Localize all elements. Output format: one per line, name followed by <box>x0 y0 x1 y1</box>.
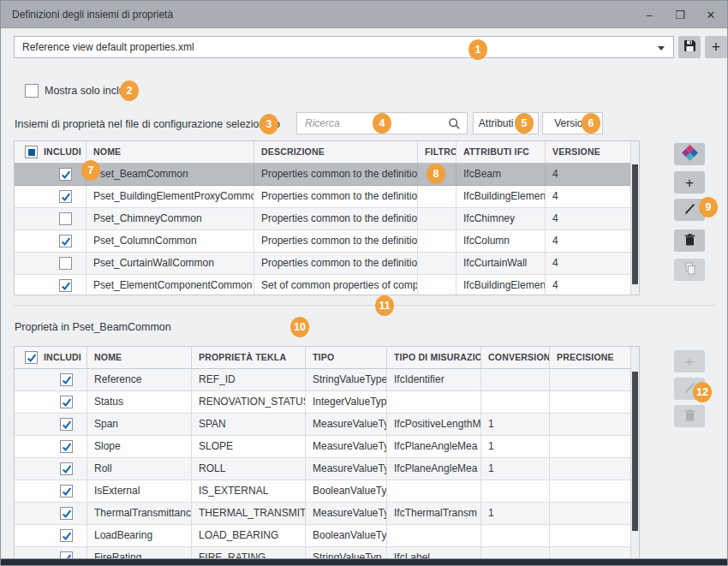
callout-badge: 11 <box>375 295 394 316</box>
column-header-label: INCLUDI <box>44 347 81 368</box>
pset-row[interactable]: Pset_BeamCommonProperties common to the … <box>15 164 639 186</box>
cell-filter <box>418 253 456 275</box>
include-cell <box>15 458 87 480</box>
callout-badge: 1 <box>468 39 487 60</box>
property-row[interactable]: ThermalTransmittanceTHERMAL_TRANSMITTAMe… <box>15 503 639 525</box>
search-icon <box>448 117 461 134</box>
cell-measure_type: IfcIdentifier <box>387 369 481 391</box>
pset-row[interactable]: Pset_ColumnCommonProperties common to th… <box>15 230 639 253</box>
column-header[interactable]: NOME <box>87 141 254 164</box>
select-all-checkbox[interactable] <box>25 146 38 158</box>
section-divider <box>14 305 716 306</box>
column-header[interactable]: FILTRO <box>418 141 456 164</box>
cell-name: Pset_ColumnCommon <box>87 230 254 253</box>
config-file-combobox[interactable]: Reference view default properties.xml <box>14 36 674 58</box>
properties-table-body: ReferenceREF_IDStringValueTypeIfcIdentif… <box>15 369 639 566</box>
column-header[interactable]: INCLUDI <box>15 141 87 164</box>
column-header[interactable]: PRECISIONE <box>550 347 632 369</box>
column-header[interactable]: VERSIONE <box>546 141 632 164</box>
maximize-button[interactable]: ❒ <box>671 3 689 26</box>
minimize-button[interactable]: – <box>640 3 659 26</box>
cell-measure_type: IfcThermalTransm <box>387 503 481 525</box>
row-checkbox[interactable] <box>59 168 72 181</box>
save-config-button[interactable] <box>678 36 701 58</box>
column-header[interactable]: CONVERSIONE <box>481 347 550 369</box>
cell-conversion <box>481 391 550 414</box>
cell-name: Reference <box>87 369 192 391</box>
row-checkbox[interactable] <box>60 373 73 386</box>
row-checkbox[interactable] <box>60 485 73 497</box>
cell-version: 4 <box>546 253 632 275</box>
callout-badge: 5 <box>515 113 534 134</box>
copy-pset-button[interactable] <box>674 259 705 281</box>
property-row[interactable]: StatusRENOVATION_STATUSIntegerValueTyp <box>15 391 639 414</box>
scrollbar-thumb[interactable] <box>632 372 638 531</box>
column-header[interactable]: TIPO <box>306 347 387 369</box>
property-row[interactable]: LoadBearingLOAD_BEARINGBooleanValueTyp <box>15 525 639 547</box>
property-row[interactable]: ReferenceREF_IDStringValueTypeIfcIdentif… <box>15 369 639 391</box>
add-property-button[interactable]: + <box>674 350 705 372</box>
row-checkbox[interactable] <box>60 396 73 408</box>
property-row[interactable]: SpanSPANMeasureValueTyIfcPositiveLengthM… <box>15 414 639 436</box>
pset-row[interactable]: Pset_BuildingElementProxyCommonPropertie… <box>15 186 639 208</box>
row-checkbox[interactable] <box>60 440 73 453</box>
property-row[interactable]: SlopeSLOPEMeasureValueTyIfcPlaneAngleMea… <box>15 436 639 458</box>
include-cell <box>15 503 87 525</box>
psets-table-header: INCLUDINOMEDESCRIZIONEFILTROATTRIBUTI IF… <box>15 141 639 164</box>
psets-table-scrollbar[interactable] <box>630 141 639 295</box>
properties-table-scrollbar[interactable] <box>630 347 639 566</box>
cell-version: 4 <box>546 186 632 208</box>
cell-type: IntegerValueTyp <box>306 391 387 414</box>
pset-row[interactable]: Pset_ElementComponentCommonSet of common… <box>15 275 639 295</box>
cell-ifc_attributes: IfcBeam <box>456 164 546 186</box>
row-checkbox[interactable] <box>60 507 73 520</box>
callout-badge: 3 <box>260 114 278 134</box>
organizer-button[interactable] <box>674 143 705 165</box>
cell-description: Properties common to the definition <box>254 164 418 186</box>
trash-icon <box>684 234 695 248</box>
pset-row[interactable]: Pset_CurtainWallCommonProperties common … <box>15 253 639 275</box>
row-checkbox[interactable] <box>60 529 73 542</box>
cell-filter <box>418 208 456 230</box>
column-header[interactable]: INCLUDI <box>15 347 87 369</box>
row-checkbox[interactable] <box>60 418 73 431</box>
cell-type: BooleanValueTyp <box>306 480 387 503</box>
include-cell <box>15 525 87 547</box>
delete-pset-button[interactable] <box>674 229 705 252</box>
cell-tekla_property: IS_EXTERNAL <box>192 480 306 503</box>
property-row[interactable]: IsExternalIS_EXTERNALBooleanValueTyp <box>15 480 639 503</box>
cell-conversion: 1 <box>481 458 550 480</box>
row-checkbox[interactable] <box>59 279 72 292</box>
cell-precision <box>550 414 632 436</box>
show-only-included-checkbox[interactable] <box>25 84 39 98</box>
row-checkbox[interactable] <box>59 212 72 225</box>
pset-row[interactable]: Pset_ChimneyCommonProperties common to t… <box>15 208 639 230</box>
add-config-file-button[interactable]: + <box>705 36 727 58</box>
psets-table-body: Pset_BeamCommonProperties common to the … <box>15 164 639 295</box>
cell-type: BooleanValueTyp <box>306 525 387 547</box>
row-checkbox[interactable] <box>59 190 72 203</box>
scrollbar-thumb[interactable] <box>632 164 638 284</box>
callout-badge: 9 <box>699 197 718 217</box>
cell-conversion <box>481 369 550 391</box>
include-cell <box>15 480 87 503</box>
row-checkbox[interactable] <box>60 462 73 475</box>
cell-type: MeasureValueTy <box>306 458 387 480</box>
row-checkbox[interactable] <box>59 257 72 270</box>
property-row[interactable]: RollROLLMeasureValueTyIfcPlaneAngleMea1 <box>15 458 639 480</box>
select-all-checkbox[interactable] <box>25 351 38 364</box>
row-checkbox[interactable] <box>59 235 72 247</box>
add-pset-button[interactable]: + <box>674 171 705 194</box>
properties-table-header: INCLUDINOMEPROPRIETÀ TEKLATIPOTIPO DI MI… <box>15 347 639 369</box>
column-header[interactable]: DESCRIZIONE <box>254 141 418 164</box>
cell-precision <box>550 391 632 414</box>
column-header[interactable]: PROPRIETÀ TEKLA <box>192 347 306 369</box>
column-header[interactable]: ATTRIBUTI IFC <box>456 141 546 164</box>
column-header[interactable]: TIPO DI MISURAZIO <box>387 347 481 369</box>
delete-property-button[interactable] <box>674 405 705 427</box>
close-button[interactable]: ✕ <box>701 3 720 26</box>
organizer-icon <box>682 145 698 164</box>
callout-badge: 2 <box>120 80 139 101</box>
column-header[interactable]: NOME <box>87 347 192 369</box>
cell-name: Pset_ElementComponentCommon <box>87 275 254 295</box>
